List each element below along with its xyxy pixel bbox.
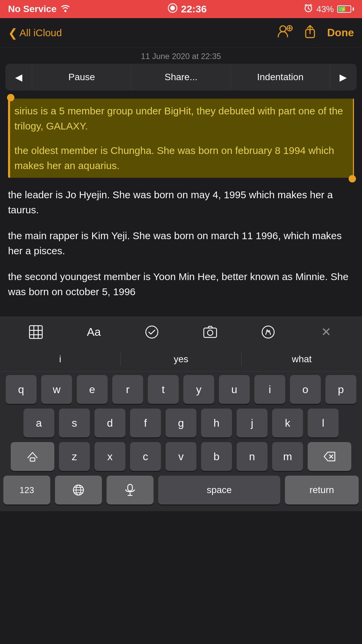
key-t[interactable]: t [148,375,179,404]
format-icon-toolbar: Aa ✕ [0,317,362,347]
keyboard-row-1: q w e r t y u i o p [0,372,362,405]
return-key[interactable]: return [285,476,359,504]
key-d[interactable]: d [95,409,125,437]
key-u[interactable]: u [219,375,250,404]
timestamp: 11 June 2020 at 22:35 [0,48,362,64]
delete-key[interactable] [308,442,351,471]
selected-paragraph-1: sirius is a 5 member group under BigHit,… [14,103,349,133]
add-collaborator-button[interactable] [277,24,293,41]
toolbar-prev-button[interactable]: ◀ [5,64,32,91]
key-r[interactable]: r [112,375,143,404]
carrier-text: No Service [8,4,57,14]
svg-point-2 [170,6,175,10]
status-center: 22:36 [168,3,207,15]
globe-key[interactable] [55,476,102,504]
keyboard-row-2: a s d f g h j k l [0,405,362,439]
svg-point-21 [207,330,213,335]
key-c[interactable]: c [130,442,161,471]
keyboard: q w e r t y u i o p a s d f g h j k l z … [0,372,362,511]
key-z[interactable]: z [59,442,90,471]
selected-text-block[interactable]: sirius is a 5 member group under BigHit,… [8,99,354,178]
paragraph-4: the main rapper is Kim Yeji. She was bor… [8,228,354,258]
numbers-key[interactable]: 123 [3,476,50,504]
svg-line-5 [308,8,310,9]
battery-pct: 43% [316,4,334,14]
key-f[interactable]: f [130,409,161,437]
key-m[interactable]: m [272,442,303,471]
back-label: All iCloud [19,27,62,39]
keyboard-bottom-row: 123 space return [0,472,362,511]
checklist-icon[interactable] [142,322,162,342]
key-j[interactable]: j [237,409,267,437]
key-b[interactable]: b [201,442,232,471]
predictive-word-1[interactable]: i [0,347,120,371]
key-e[interactable]: e [77,375,108,404]
back-button[interactable]: ❮ All iCloud [8,26,62,40]
nav-bar: ❮ All iCloud Done [0,18,362,48]
selected-paragraph-2: the oldest member is Chungha. She was bo… [14,143,349,173]
space-key[interactable]: space [158,476,280,504]
done-button[interactable]: Done [327,26,354,39]
font-format-icon[interactable]: Aa [84,322,104,342]
key-x[interactable]: x [95,442,125,471]
key-k[interactable]: k [272,409,303,437]
close-format-toolbar-button[interactable]: ✕ [316,322,336,342]
wifi-icon [60,4,71,15]
share-button[interactable] [303,23,317,42]
key-v[interactable]: v [166,442,196,471]
svg-point-19 [146,326,158,338]
svg-rect-14 [29,326,42,338]
alarm-icon [304,3,313,15]
back-chevron-icon: ❮ [8,26,17,40]
svg-rect-20 [204,328,217,337]
paragraph-3: the leader is Jo Hyejin. She was born on… [8,187,354,217]
key-o[interactable]: o [290,375,321,404]
key-n[interactable]: n [237,442,267,471]
indentation-button[interactable]: Indentation [231,64,330,91]
battery-icon: ⚡ [337,5,354,13]
table-icon[interactable] [26,322,46,342]
status-right: 43% ⚡ [304,3,354,15]
predictive-text-bar: i yes what [0,347,362,372]
keyboard-row-3: z x c v b n m [0,439,362,472]
formatting-toolbar: ◀ Pause Share... Indentation ▶ [5,64,357,91]
nav-right-icons: Done [277,23,354,42]
key-q[interactable]: q [6,375,37,404]
selection-handle-bottom [349,175,356,182]
svg-point-8 [280,26,286,32]
markup-icon[interactable] [258,322,278,342]
camera-icon[interactable] [200,322,220,342]
note-content[interactable]: sirius is a 5 member group under BigHit,… [0,92,362,317]
key-s[interactable]: s [59,409,90,437]
pause-button[interactable]: Pause [32,64,131,91]
key-a[interactable]: a [23,409,54,437]
svg-rect-23 [30,458,35,461]
selection-handle-top [7,94,14,101]
svg-rect-31 [128,484,132,491]
svg-line-7 [310,4,312,5]
key-h[interactable]: h [201,409,232,437]
key-w[interactable]: w [41,375,72,404]
paragraph-5: the second youngest member is Yoon Min H… [8,269,354,299]
svg-point-0 [64,10,66,12]
status-left: No Service [8,4,71,15]
key-l[interactable]: l [308,409,339,437]
key-y[interactable]: y [183,375,214,404]
status-bar: No Service 22:36 [0,0,362,18]
predictive-word-3[interactable]: what [242,347,362,371]
key-g[interactable]: g [166,409,196,437]
share-toolbar-button[interactable]: Share... [131,64,231,91]
shift-key[interactable] [11,442,54,471]
key-i[interactable]: i [254,375,285,404]
toolbar-next-button[interactable]: ▶ [330,64,357,91]
time-display: 22:36 [181,3,207,15]
svg-line-6 [305,4,306,5]
record-icon [168,3,178,15]
predictive-word-2[interactable]: yes [121,347,241,371]
key-p[interactable]: p [325,375,356,404]
mic-key[interactable] [107,476,154,504]
